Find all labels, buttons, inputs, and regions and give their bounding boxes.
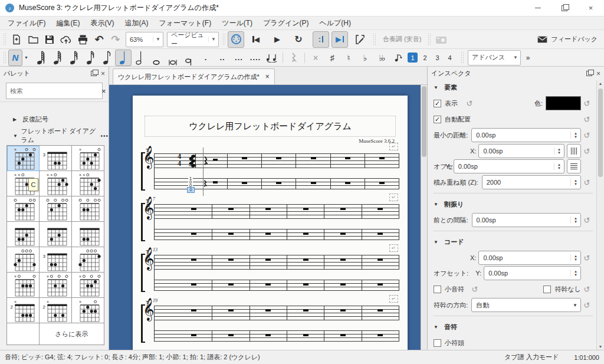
fretboard-diagram-cell-1[interactable]: × <box>7 146 40 171</box>
reset-icon[interactable]: ↺ <box>464 99 475 108</box>
reset-icon[interactable]: ↺ <box>581 216 593 225</box>
concert-pitch-label[interactable]: 合奏調 (実音) <box>378 35 426 44</box>
natural-button[interactable]: ♮ <box>340 50 357 66</box>
measure-22-tab[interactable] <box>287 330 324 342</box>
scroll-down-icon[interactable]: ▼ <box>599 345 603 349</box>
measure-20-tab[interactable] <box>212 330 250 342</box>
fretboard-diagram-cell-13[interactable] <box>7 247 40 273</box>
toolbar-grip[interactable] <box>461 51 464 64</box>
system-break-icon[interactable]: ↵ <box>389 244 398 252</box>
clear-search-icon[interactable]: × <box>97 87 110 96</box>
feedback-button[interactable]: フィードバック <box>532 31 603 48</box>
canvas-scrollbar[interactable] <box>421 85 427 350</box>
measure-7-tab[interactable] <box>175 229 212 240</box>
fretboard-diagram-cell-12[interactable] <box>72 222 104 247</box>
palette-item-fretboard[interactable]: ▼ フレットボード ダイアグラム ••• <box>0 129 109 143</box>
color-swatch[interactable] <box>546 96 581 110</box>
fretboard-diagram-cell-6[interactable]: ×× <box>72 171 104 196</box>
duration-64th-button[interactable] <box>49 50 65 66</box>
fretboard-diagram-cell-19[interactable]: 2× <box>7 298 40 323</box>
pan-score-toggle[interactable]: ▶ <box>331 31 348 48</box>
measure-6-tab[interactable] <box>365 178 399 189</box>
fretboard-diagram-cell-20[interactable]: 2× <box>40 298 72 323</box>
section-note[interactable]: ▼ 音符 <box>434 320 593 334</box>
palette-item-repeats[interactable]: ▶ 反復記号 <box>0 112 109 126</box>
fretboard-diagram-cell-3[interactable]: × <box>72 146 104 171</box>
duration-whole-button[interactable] <box>148 50 165 66</box>
measure-19-tab[interactable] <box>175 330 212 342</box>
voice-3-button[interactable]: 3 <box>432 53 442 63</box>
toolbar-grip[interactable] <box>3 51 6 64</box>
toolbar-overflow-button[interactable]: » <box>523 50 533 66</box>
measure-24-treble[interactable] <box>362 306 399 320</box>
close-panel-icon[interactable]: × <box>101 70 105 78</box>
spinner-arrows[interactable]: ▲▼ <box>570 254 580 261</box>
fretboard-diagram-cell-17[interactable]: × <box>40 273 72 298</box>
search-input[interactable] <box>6 87 97 94</box>
fretboard-diagram-cell-11[interactable] <box>40 222 72 247</box>
measure-8-tab[interactable] <box>212 229 250 240</box>
spinner-arrows[interactable]: ▲▼ <box>570 179 580 186</box>
rewind-button[interactable]: ◀ <box>248 31 264 48</box>
section-chord[interactable]: ▼ コード <box>434 235 593 249</box>
leading-space-spinner[interactable]: 0.00sp ▲▼ <box>472 213 581 227</box>
measure-21-treble[interactable] <box>250 306 287 320</box>
voice-4-button[interactable]: 4 <box>445 53 455 63</box>
chord-x-spinner[interactable]: 0.00sp ▲▼ <box>478 251 581 265</box>
spinner-arrows[interactable]: ▲▼ <box>554 147 564 155</box>
autoplace-checkbox[interactable]: ✓ <box>434 116 441 123</box>
measure-13-treble[interactable] <box>175 255 212 270</box>
offset-y-spinner[interactable]: 0.00sp ▲▼ <box>454 159 564 173</box>
offset-x-spinner[interactable]: 0.00sp ▲▼ <box>478 144 564 158</box>
spinner-arrows[interactable]: ▲▼ <box>554 163 564 170</box>
view-mode-select[interactable]: ページビュー ▼ <box>167 32 219 47</box>
measure-2-tab[interactable] <box>228 178 262 189</box>
voice-1-button[interactable]: 1 <box>408 53 418 63</box>
sharp-button[interactable]: ♯ <box>324 50 340 66</box>
measure-23-tab[interactable] <box>324 330 362 342</box>
close-panel-icon[interactable]: × <box>596 70 600 78</box>
augmentation-dot-2-button[interactable]: .. <box>214 50 231 66</box>
stacking-order-spinner[interactable]: 2000 ▲▼ <box>482 175 581 189</box>
save-button[interactable] <box>41 31 58 48</box>
small-note-checkbox[interactable] <box>434 286 441 293</box>
visible-checkbox[interactable]: ✓ <box>434 100 441 107</box>
fretboard-diagram-cell-18[interactable]: × <box>72 273 104 298</box>
reset-icon[interactable]: ↺ <box>581 115 593 124</box>
toolbar-grip[interactable] <box>428 33 431 46</box>
measure-14-treble[interactable] <box>212 255 250 270</box>
rest-button[interactable] <box>285 50 302 66</box>
small-notehead-checkbox[interactable] <box>434 339 441 347</box>
measure-1-treble[interactable]: 44 <box>175 153 228 168</box>
measure-11-tab[interactable] <box>324 229 362 240</box>
toolbar-grip[interactable] <box>222 33 226 46</box>
section-element[interactable]: ▼ 要素 <box>434 80 593 94</box>
score-title-text[interactable]: ウクレレ用フレットボードダイアグラム <box>189 121 352 132</box>
fretboard-diagram-cell-9[interactable] <box>72 196 104 222</box>
chord-y-spinner[interactable]: 0.00sp ▲▼ <box>484 266 581 280</box>
print-button[interactable] <box>74 31 91 48</box>
duration-128th-button[interactable] <box>32 50 49 66</box>
fretboard-diagram-cell-15[interactable] <box>72 247 104 273</box>
scroll-up-icon[interactable]: ▲ <box>599 81 603 86</box>
version-text[interactable]: MuseScore 3.6.2 <box>133 138 395 144</box>
palette-item-clipped[interactable]: ﹍﹍﹍﹍ <box>0 103 109 109</box>
measure-21-tab[interactable] <box>250 330 287 342</box>
duration-16th-button[interactable] <box>82 50 99 66</box>
title-frame[interactable]: ウクレレ用フレットボードダイアグラム <box>145 116 396 137</box>
min-distance-spinner[interactable]: 0.00sp ▲▼ <box>471 128 581 142</box>
measure-4-tab[interactable] <box>296 178 330 189</box>
workspace-select[interactable]: アドバンス ▼ <box>468 50 521 65</box>
duration-half-button[interactable] <box>132 50 148 66</box>
augmentation-dot-3-button[interactable]: ... <box>231 50 247 66</box>
tab-clef-icon[interactable]: TAB <box>146 149 149 161</box>
flat-button[interactable]: ♭ <box>357 50 373 66</box>
fretboard-diagram-cell-14[interactable]: 3 <box>40 247 72 273</box>
measure-17-treble[interactable] <box>324 255 362 270</box>
fretboard-diagram-cell-2[interactable]: 3 <box>40 146 72 171</box>
fretboard-diagram-cell-21[interactable]: × <box>72 298 104 323</box>
measure-15-tab[interactable] <box>250 280 287 291</box>
measure-15-treble[interactable] <box>250 255 287 270</box>
measure-9-tab[interactable] <box>250 229 287 240</box>
measure-4-treble[interactable] <box>296 153 330 168</box>
